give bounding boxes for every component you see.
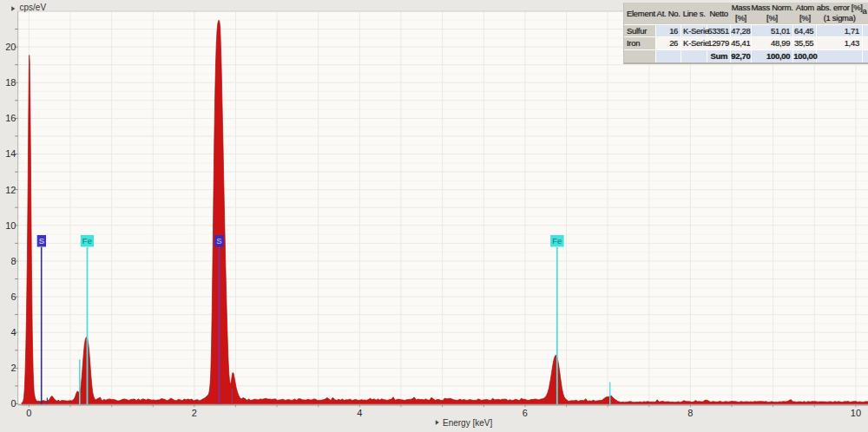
svg-text:Energy [keV]: Energy [keV] — [443, 418, 492, 428]
svg-text:12: 12 — [5, 185, 16, 195]
svg-text:S: S — [39, 236, 44, 245]
svg-text:16: 16 — [5, 113, 16, 123]
svg-text:18: 18 — [5, 77, 16, 88]
svg-text:S: S — [216, 236, 221, 245]
svg-text:0: 0 — [10, 398, 16, 409]
svg-text:6: 6 — [10, 291, 16, 302]
svg-text:2: 2 — [192, 408, 197, 418]
svg-text:10: 10 — [5, 220, 16, 231]
svg-text:Fe: Fe — [82, 236, 92, 245]
svg-text:0: 0 — [26, 408, 31, 418]
svg-text:4: 4 — [357, 408, 362, 418]
svg-text:8: 8 — [10, 256, 16, 266]
svg-text:14: 14 — [5, 148, 16, 159]
svg-text:20: 20 — [5, 42, 16, 52]
svg-text:6: 6 — [523, 408, 528, 418]
svg-text:2: 2 — [10, 363, 16, 373]
svg-text:4: 4 — [10, 327, 16, 337]
svg-text:10: 10 — [851, 408, 861, 418]
svg-text:cps/eV: cps/eV — [20, 3, 47, 12]
svg-text:8: 8 — [687, 408, 693, 418]
svg-text:Fe: Fe — [552, 236, 562, 245]
